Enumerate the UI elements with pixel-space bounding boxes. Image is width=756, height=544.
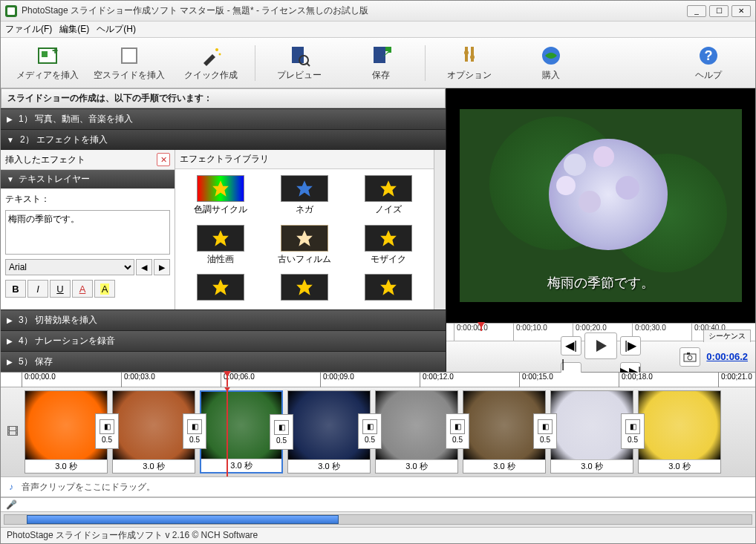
timeline-video-track[interactable]: 🎞 ◧0.53.0 秒◧0.53.0 秒◧0.53.0 秒◧0.53.0 秒◧0… <box>1 387 755 476</box>
timeline-clip[interactable]: ◧0.53.0 秒 <box>375 390 458 473</box>
svg-marker-26 <box>596 340 607 352</box>
effects-panel: 挿入したエフェクト ✕ ▼ テキストレイヤー テキスト： 梅雨の季節です。 Ar… <box>1 150 446 309</box>
quick-create-icon <box>199 44 223 68</box>
timeline-clip[interactable]: 3.0 秒 <box>638 390 721 473</box>
font-prev-button[interactable]: ◀ <box>136 259 152 275</box>
insert-media-button[interactable]: + メディアを挿入 <box>7 41 88 85</box>
buy-button[interactable]: 購入 <box>510 41 592 85</box>
timeline-playhead[interactable] <box>227 373 228 387</box>
main-area: スライドショーの作成は、以下の手順で行います： ▶1） 写真、動画、音楽を挿入 … <box>1 88 755 372</box>
text-layer-header[interactable]: ▼ テキストレイヤー <box>1 170 175 189</box>
close-button[interactable]: ✕ <box>731 5 751 17</box>
help-button[interactable]: ? ヘルプ <box>668 41 749 85</box>
play-controls: シーケンス ◀| |▶ |◀◀ ▶▶| 0:00:06.2 <box>446 341 755 372</box>
scrollbar-thumb[interactable] <box>27 515 339 524</box>
font-next-button[interactable]: ▶ <box>154 259 170 275</box>
remove-effect-button[interactable]: ✕ <box>157 153 170 166</box>
effect-item[interactable] <box>350 274 428 304</box>
buy-icon <box>539 44 563 68</box>
timeline-audio-track[interactable]: ♪ 音声クリップをここにドラッグ。 <box>1 476 755 497</box>
font-color-button[interactable]: A <box>72 280 93 298</box>
svg-rect-1 <box>42 51 48 57</box>
transition-badge[interactable]: ◧0.5 <box>95 413 119 449</box>
effect-item[interactable]: モザイク <box>350 225 428 267</box>
sequence-tab[interactable]: シーケンス <box>703 330 751 342</box>
timecode[interactable]: 0:00:06.2 <box>706 351 748 362</box>
save-button[interactable]: 保存 <box>340 41 422 85</box>
preview-icon <box>287 44 311 68</box>
effect-item[interactable]: ノイズ <box>350 175 428 217</box>
prev-frame-button[interactable]: ◀| <box>561 336 581 355</box>
snapshot-button[interactable] <box>680 347 700 367</box>
text-input[interactable]: 梅雨の季節です。 <box>5 210 170 255</box>
effect-library-header: エフェクトライブラリ <box>175 150 434 169</box>
play-button[interactable] <box>584 332 617 359</box>
effect-item[interactable]: ネガ <box>265 175 343 217</box>
vertical-scrollbar[interactable] <box>434 150 446 309</box>
timeline-clip[interactable]: ◧0.53.0 秒 <box>112 390 195 473</box>
highlight-button[interactable]: A <box>94 280 115 298</box>
clip-duration: 3.0 秒 <box>113 459 195 473</box>
preview-caption: 梅雨の季節です。 <box>460 274 742 292</box>
step-5[interactable]: ▶5） 保存 <box>1 351 446 372</box>
maximize-button[interactable]: ☐ <box>709 5 729 17</box>
effect-item[interactable] <box>265 274 343 304</box>
menu-help[interactable]: ヘルプ(H) <box>97 23 136 36</box>
timeline-ruler[interactable]: 0:00;00.0 0:00;03.0 0:00;06.0 0:00;09.0 … <box>1 373 755 387</box>
transition-duration: 0.5 <box>628 436 638 444</box>
horizontal-scrollbar[interactable] <box>4 514 752 525</box>
insert-blank-icon <box>117 44 141 68</box>
svg-point-28 <box>688 355 692 360</box>
italic-button[interactable]: I <box>27 280 48 298</box>
menubar: ファイル(F) 編集(E) ヘルプ(H) <box>1 22 755 38</box>
clip-thumbnail <box>639 391 720 459</box>
timeline-clip[interactable]: ◧0.53.0 秒 <box>25 390 108 473</box>
next-frame-button[interactable]: |▶ <box>620 336 641 355</box>
transition-badge[interactable]: ◧0.5 <box>270 414 293 450</box>
insert-blank-button[interactable]: 空スライドを挿入 <box>88 41 170 85</box>
menu-edit[interactable]: 編集(E) <box>59 23 89 36</box>
step-2[interactable]: ▼2） エフェクトを挿入 <box>1 129 446 150</box>
effect-item[interactable]: 古いフィルム <box>265 225 343 267</box>
step-3[interactable]: ▶3） 切替効果を挿入 <box>1 309 446 330</box>
ruler-tick: 0:00;21.0 <box>718 373 752 387</box>
quick-create-button[interactable]: クイック作成 <box>170 41 252 85</box>
preview-canvas: 梅雨の季節です。 <box>446 88 755 323</box>
timeline-clip[interactable]: ◧0.53.0 秒 <box>463 390 546 473</box>
step-5-label: 5） 保存 <box>19 355 53 368</box>
effect-thumb-icon <box>365 274 412 301</box>
timeline-clip[interactable]: ◧0.53.0 秒 <box>287 390 371 473</box>
font-select[interactable]: Arial <box>5 259 134 275</box>
timeline-narration-track[interactable]: 🎤 <box>1 497 755 512</box>
help-icon: ? <box>697 44 720 68</box>
step-1[interactable]: ▶1） 写真、動画、音楽を挿入 <box>1 108 446 129</box>
transition-badge[interactable]: ◧0.5 <box>446 413 469 449</box>
transition-badge[interactable]: ◧0.5 <box>621 413 645 449</box>
transition-icon: ◧ <box>625 419 640 434</box>
clip-duration: 3.0 秒 <box>463 459 545 473</box>
effect-item[interactable]: 油性画 <box>181 225 259 267</box>
bold-button[interactable]: B <box>5 280 26 298</box>
transition-badge[interactable]: ◧0.5 <box>183 413 206 449</box>
menu-file[interactable]: ファイル(F) <box>5 23 52 36</box>
transition-badge[interactable]: ◧0.5 <box>358 413 382 449</box>
underline-button[interactable]: U <box>50 280 71 298</box>
timeline-clip[interactable]: ◧0.53.0 秒 <box>200 390 283 473</box>
preview-button[interactable]: プレビュー <box>258 41 340 85</box>
effect-item[interactable] <box>181 274 259 304</box>
preview-playhead[interactable] <box>480 324 482 331</box>
clip-duration: 3.0 秒 <box>639 459 720 473</box>
transition-duration: 0.5 <box>276 436 287 445</box>
effect-thumb-icon <box>281 175 328 202</box>
audio-hint: 音声クリップをここにドラッグ。 <box>22 481 155 494</box>
options-button[interactable]: オプション <box>428 41 510 85</box>
effect-thumb-icon <box>197 225 244 252</box>
effect-item[interactable]: 色調サイクル <box>181 175 259 217</box>
minimize-button[interactable]: _ <box>687 5 706 17</box>
toolbar-separator <box>425 45 426 81</box>
ruler-tick: 0:00;03.0 <box>121 373 155 387</box>
transition-badge[interactable]: ◧0.5 <box>533 413 557 449</box>
text-layer-body: テキスト： 梅雨の季節です。 Arial ◀ ▶ B I U A A <box>1 189 175 302</box>
step-4[interactable]: ▶4） ナレーションを録音 <box>1 330 446 351</box>
timeline-clip[interactable]: ◧0.53.0 秒 <box>550 390 633 473</box>
